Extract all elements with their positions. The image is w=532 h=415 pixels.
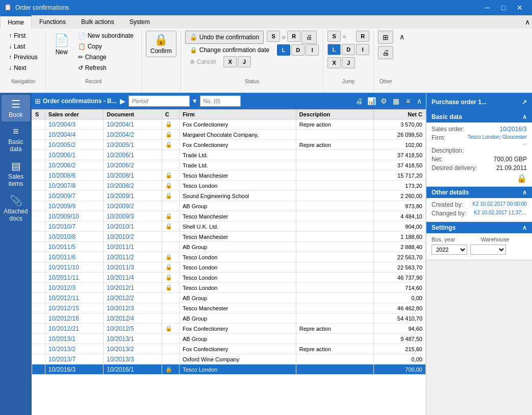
cancel-button[interactable]: ⊗ Cancel <box>185 56 220 67</box>
table-row[interactable]: 10/2008/6 10/2008/1 🔒 Tesco Manchester 1… <box>32 170 426 181</box>
lock-cell-icon: 🔒 <box>165 182 172 188</box>
change-date-button[interactable]: 🔒 Change confirmation date <box>185 44 274 56</box>
new-button[interactable]: 📄 New <box>50 31 73 58</box>
jump-r[interactable]: R <box>356 31 369 42</box>
table-row[interactable]: 10/2004/4 10/2004/2 🔒 Margaret Chocolate… <box>32 130 426 140</box>
previous-button[interactable]: ↑ Previous <box>5 52 41 62</box>
table-row[interactable]: 10/2011/5 10/2011/1 AB Group 2 888,40 <box>32 242 426 252</box>
status-l-button[interactable]: L <box>277 44 290 56</box>
first-button[interactable]: ↑ First <box>5 31 41 41</box>
status-s-button[interactable]: S <box>267 31 280 42</box>
table-row[interactable]: 10/2013/2 10/2013/2 Fox Confectionery Re… <box>32 344 426 354</box>
tab-system[interactable]: System <box>122 15 158 29</box>
more-button[interactable]: ≡ <box>402 95 414 107</box>
undo-confirmation-button[interactable]: 🔓 Undo the confirmation <box>185 31 264 44</box>
table-row[interactable]: 10/2006/1 10/2006/1 Trade Ltd. 37 418,50 <box>32 150 426 160</box>
copy-button[interactable]: 📋 Copy <box>74 41 137 52</box>
grid-collapse-icon[interactable]: ∧ <box>416 96 423 106</box>
number-filter[interactable] <box>200 95 241 107</box>
status-j-button[interactable]: J <box>238 56 251 67</box>
next-button[interactable]: ↓ Next <box>5 63 41 73</box>
basic-data-section-header[interactable]: Basic data ∧ <box>426 111 532 123</box>
table-row[interactable]: 10/2011/11 10/2011/4 🔒 Tesco London 46 7… <box>32 273 426 283</box>
confirm-button[interactable]: 🔒 Confirm <box>146 31 176 57</box>
jump-d[interactable]: D <box>342 44 355 55</box>
tab-bulk[interactable]: Bulk actions <box>73 15 122 29</box>
change-button[interactable]: ✏ Change <box>74 52 137 62</box>
status-i-button[interactable]: I <box>306 44 319 56</box>
minimize-button[interactable]: ─ <box>479 0 495 15</box>
table-row[interactable]: 10/2009/10 10/2009/3 🔒 Tesco Manchester … <box>32 211 426 222</box>
maximize-button[interactable]: □ <box>495 0 512 15</box>
table-row[interactable]: 10/2012/3 10/2012/1 🔒 Tesco London 714,6… <box>32 283 426 293</box>
jump-i[interactable]: I <box>356 44 369 55</box>
table-row[interactable]: 10/2012/15 10/2012/3 Tesco Manchester 46… <box>32 303 426 313</box>
cell-sales-order: 10/2011/10 <box>45 262 103 273</box>
ribbon-collapse-right-button[interactable]: ∧ <box>397 33 407 41</box>
settings-section-header[interactable]: Settings ∧ <box>426 222 532 233</box>
table-row[interactable]: 10/2013/7 10/2013/3 Oxford Wine Company … <box>32 354 426 364</box>
last-button[interactable]: ↓ Last <box>5 41 41 52</box>
table-row[interactable]: 10/2004/3 10/2004/1 🔒 Fox Confectionery … <box>32 119 426 130</box>
col-firm[interactable]: Firm <box>179 110 296 119</box>
new-subordinate-button[interactable]: 📄 New subordinate <box>74 31 137 41</box>
jump-j[interactable]: J <box>342 57 355 68</box>
sidebar-item-book[interactable]: ☰ Book <box>2 95 30 121</box>
cell-description <box>296 283 374 293</box>
columns-button[interactable]: ▦ <box>390 95 401 107</box>
table-row[interactable]: 10/2005/2 10/2005/1 🔒 Fox Confectionery … <box>32 140 426 150</box>
cancel-icon: ⊗ <box>190 58 195 65</box>
col-description[interactable]: Description <box>296 110 374 119</box>
table-row[interactable]: 10/2012/21 10/2012/5 🔒 Fox Confectionery… <box>32 324 426 334</box>
table-row[interactable]: 10/2012/11 10/2012/2 AB Group 0,00 <box>32 293 426 303</box>
table-row[interactable]: 10/2013/1 10/2013/1 AB Group 9 487,50 <box>32 334 426 344</box>
cell-net-c: 22 563,70 <box>374 252 426 262</box>
close-button[interactable]: ✕ <box>512 0 528 15</box>
sidebar-item-basic-data[interactable]: ≡ Basic data <box>2 123 30 156</box>
print-grid-button[interactable]: 🖨 <box>353 95 365 107</box>
table-row[interactable]: 10/2011/10 10/2011/3 🔒 Tesco London 22 5… <box>32 262 426 273</box>
grid-nav-arrow[interactable]: ▶ <box>119 97 126 105</box>
tab-home[interactable]: Home <box>0 15 32 29</box>
cell-document: 10/2013/3 <box>104 354 162 364</box>
settings-grid-button[interactable]: ⚙ <box>378 95 389 107</box>
col-net-c[interactable]: Net C <box>374 110 426 119</box>
bus-year-select[interactable]: 2022 <box>432 245 467 255</box>
status-r-button[interactable]: R <box>287 31 300 42</box>
sidebar-item-sales-items[interactable]: ▤ Sales items <box>2 157 30 190</box>
table-row[interactable]: 10/2012/16 10/2012/4 AB Group 54 410,70 <box>32 313 426 324</box>
tab-functions[interactable]: Functions <box>32 15 73 29</box>
jump-l[interactable]: L <box>327 44 341 55</box>
table-row[interactable]: 10/2016/3 10/2016/1 🔒 Tesco London 700,0… <box>32 364 426 375</box>
cell-description: Repre action <box>296 119 374 130</box>
filter-dropdown-icon[interactable]: ▼ <box>192 97 198 105</box>
cell-description <box>296 191 374 201</box>
layout-button[interactable]: ⊞ <box>378 31 393 44</box>
table-row[interactable]: 10/2011/6 10/2011/2 🔒 Tesco London 22 56… <box>32 252 426 262</box>
table-row[interactable]: 10/2010/7 10/2010/1 🔒 Shell U.K. Ltd. 90… <box>32 222 426 232</box>
cell-document: 10/2005/1 <box>104 140 162 150</box>
period-filter[interactable] <box>129 95 190 107</box>
jump-x[interactable]: X <box>327 57 341 68</box>
chart-button[interactable]: 📊 <box>366 95 377 107</box>
external-link-icon[interactable]: ↗ <box>522 99 527 106</box>
warehouse-select[interactable] <box>470 245 506 255</box>
other-details-section-header[interactable]: Other details ∧ <box>426 187 532 198</box>
jump-s[interactable]: S <box>327 31 341 42</box>
jump-group-label: Jump <box>323 79 373 84</box>
table-row[interactable]: 10/2009/7 10/2009/1 🔒 Sound Engineering … <box>32 191 426 201</box>
col-sales-order[interactable]: Sales order <box>45 110 103 119</box>
print-button[interactable]: 🖨 <box>301 31 317 44</box>
table-row[interactable]: 10/2007/8 10/2008/2 🔒 Tesco London 173,2… <box>32 181 426 191</box>
col-document[interactable]: Document <box>104 110 162 119</box>
sidebar-item-attached-docs[interactable]: 📎 Attached docs <box>2 191 30 225</box>
cell-firm: Trade Ltd. <box>179 150 296 160</box>
status-x-button[interactable]: X <box>223 56 237 67</box>
ribbon-collapse-button[interactable]: ∧ <box>523 15 532 29</box>
status-d-button[interactable]: D <box>291 44 305 56</box>
table-row[interactable]: 10/2009/9 10/2009/2 AB Group 973,80 <box>32 201 426 211</box>
refresh-button[interactable]: ↺ Refresh <box>74 63 137 73</box>
table-row[interactable]: 10/2010/8 10/2010/2 Tesco Manchester 1 1… <box>32 232 426 242</box>
table-row[interactable]: 10/2006/2 10/2006/2 Trade Ltd. 37 418,50 <box>32 160 426 170</box>
print2-button[interactable]: 🖨 <box>378 46 393 59</box>
